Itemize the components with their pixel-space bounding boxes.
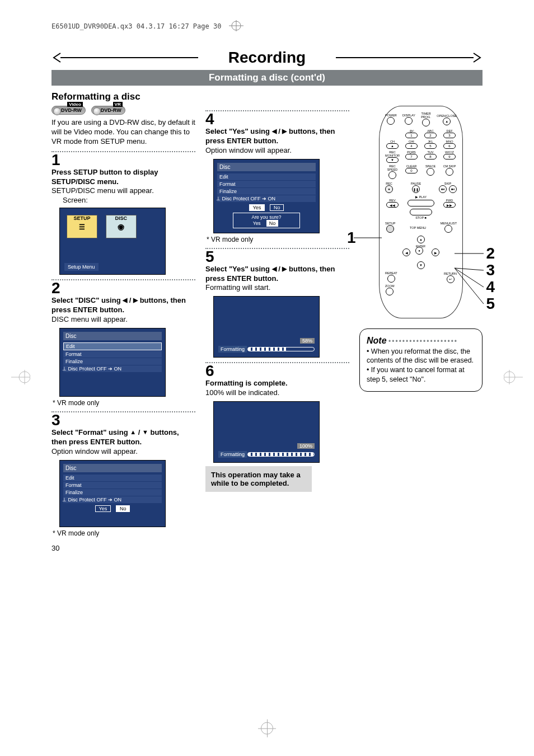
remote-num-4[interactable]: 4 <box>405 143 418 149</box>
remote-num-0[interactable]: 0 <box>405 168 418 173</box>
remote-left-button[interactable]: ◀ <box>402 248 410 256</box>
step-3-footnote: * VR mode only <box>53 529 195 537</box>
remote-num-5[interactable]: 5 <box>424 143 437 149</box>
remote-num-1[interactable]: 1 <box>405 133 418 138</box>
tile-caption: Setup Menu <box>64 263 99 271</box>
tile-disc: DISC◉ <box>106 215 137 238</box>
remote-repeat-button[interactable] <box>387 275 395 283</box>
step-3-desc: Option window will appear. <box>51 447 195 457</box>
remote-zoom-button[interactable] <box>386 288 394 295</box>
remote-menulist-button[interactable] <box>444 225 452 233</box>
menu-row: Format <box>63 482 162 489</box>
remote-pause-button[interactable]: ❚❚ <box>412 185 420 193</box>
remote-open-button[interactable]: ▲ <box>443 118 451 125</box>
callout-lines <box>455 240 488 307</box>
remote-play-button[interactable] <box>407 200 434 206</box>
triangle-right-icon: ▶ <box>133 297 138 303</box>
remote-setup-button[interactable] <box>386 225 394 233</box>
crop-mark-line: E6501UD_DVR90DEA.qx3 04.3.17 16:27 Page … <box>51 20 483 33</box>
badge-dvdrw-vr: VR DVD-RW <box>91 106 125 115</box>
remote-space-button[interactable] <box>427 168 434 176</box>
progress-label: Formatting <box>218 346 247 353</box>
col-middle: 4 Select "Yes" using ◀ / ▶ buttons, then… <box>205 106 349 537</box>
triangle-down-icon: ▼ <box>142 429 148 435</box>
remote-display-button[interactable] <box>405 117 413 125</box>
remote-up-button[interactable]: ▲ <box>417 236 425 243</box>
remote-nav-cluster: ENTER ▲ ▼ ◀ ▶ ● <box>396 236 446 269</box>
remote-timer-button[interactable] <box>422 119 430 126</box>
title-row: Recording <box>51 49 483 67</box>
step-5-desc: Formatting will start. <box>205 283 349 293</box>
remote-recspeed-button[interactable] <box>388 171 396 179</box>
section-band: Formatting a disc (cont'd) <box>51 70 483 86</box>
remote-skip-prev-button[interactable]: ⏮ <box>439 185 447 193</box>
progress-pct: 100% <box>297 443 315 449</box>
remote-num-2[interactable]: 2 <box>424 133 437 138</box>
step-2-desc: DISC menu will appear. <box>51 315 195 325</box>
remote-rev-button[interactable]: ◀◀ <box>386 202 399 208</box>
remote-ch-down[interactable]: ▼ <box>386 157 399 163</box>
remote-return-button[interactable]: ↩ <box>447 275 455 283</box>
crop-center-icon <box>261 722 273 738</box>
remote-ch-up[interactable]: ▲ <box>386 143 399 149</box>
remote-stop-button[interactable] <box>410 209 432 215</box>
step-1-instruction: Press SETUP button to display SETUP/DISC… <box>51 168 158 186</box>
option-no: No <box>116 505 130 512</box>
note-title: Note <box>367 335 387 347</box>
progress-label: Formatting <box>218 451 247 458</box>
remote-fwd-button[interactable]: ▶▶ <box>443 202 456 208</box>
remote-num-8[interactable]: 8 <box>424 154 437 159</box>
option-yes: Yes <box>95 505 111 512</box>
progress-pct: 58% <box>300 338 315 344</box>
menu-row: ⊥ Disc Protect OFF ➔ ON <box>63 365 162 372</box>
step-1-desc: SETUP/DISC menu will appear. <box>51 186 195 196</box>
step-4-screen: Disc Edit Format Finalize ⊥ Disc Protect… <box>213 159 320 233</box>
svg-line-5 <box>455 268 484 270</box>
note-divider: •••••••••••••••••••• <box>388 337 458 345</box>
step-1-screen-label: Screen: <box>63 196 195 204</box>
remote-skip-next-button[interactable]: ⏭ <box>449 185 457 193</box>
crop-tick-icon <box>229 20 243 33</box>
remote-power-button[interactable] <box>387 117 395 125</box>
remote-cmskip-button[interactable] <box>446 168 453 176</box>
step-2-footnote: * VR mode only <box>53 399 195 407</box>
step-4-number: 4 <box>205 111 349 127</box>
remote-diagram: POWER DISPLAY TIMER PROG. OPEN/CLOSE▲ .@… <box>359 106 483 318</box>
note-item: If you want to cancel format at step 5, … <box>367 365 475 384</box>
page-number: 30 <box>51 544 483 552</box>
remote-num-6[interactable]: 6 <box>443 143 456 149</box>
step-3-instruction: Select "Format" using ▲ / ▼ buttons, the… <box>51 428 195 447</box>
remote-num-3[interactable]: 3 <box>443 133 456 138</box>
step-1-number: 1 <box>51 152 195 168</box>
menu-row: Edit <box>63 342 162 350</box>
svg-line-6 <box>455 268 484 287</box>
option-yes: Yes <box>249 204 265 211</box>
triangle-up-icon: ▲ <box>130 429 136 435</box>
remote-num-9[interactable]: 9 <box>443 154 456 159</box>
crop-mark-icon <box>11 370 30 387</box>
remote-num-7[interactable]: 7 <box>405 154 418 159</box>
remote-right-button[interactable]: ▶ <box>432 248 439 256</box>
step-5-instruction: Select "Yes" using ◀ / ▶ buttons, then p… <box>205 265 349 284</box>
step-6-desc: 100% will be indicated. <box>205 388 349 398</box>
remote-rec-button[interactable]: ● <box>385 185 393 193</box>
menu-row: Format <box>63 351 162 358</box>
svg-line-7 <box>455 268 484 304</box>
step-4-footnote: * VR mode only <box>207 236 349 243</box>
col-right: POWER DISPLAY TIMER PROG. OPEN/CLOSE▲ .@… <box>359 106 483 537</box>
menu-row: ⊥ Disc Protect OFF ➔ ON <box>63 496 162 503</box>
option-no: No <box>270 204 284 211</box>
step-4-instruction: Select "Yes" using ◀ / ▶ buttons, then p… <box>205 127 349 146</box>
step-6-instruction: Formatting is complete. <box>205 379 288 387</box>
remote-down-button[interactable]: ▼ <box>417 261 425 269</box>
step-6-screen: 100% Formatting <box>213 401 320 463</box>
crop-mark-icon <box>504 370 523 387</box>
page-title: Recording <box>198 49 336 67</box>
menu-row: Edit <box>63 475 162 481</box>
warning-box: This operation may take a while to be co… <box>205 466 312 492</box>
remote-enter-button[interactable]: ● <box>415 247 423 255</box>
menu-row: Finalize <box>63 489 162 496</box>
step-6-number: 6 <box>205 363 349 379</box>
triangle-left-icon: ◀ <box>272 128 277 134</box>
badge-dvdrw-video: Video DVD-RW <box>51 106 86 115</box>
